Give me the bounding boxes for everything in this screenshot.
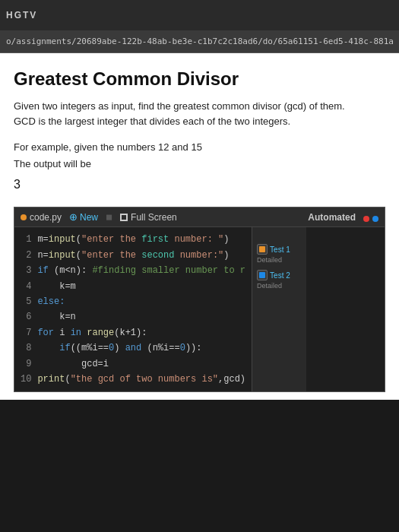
dot-red-icon bbox=[363, 216, 369, 222]
code-line-6: k=n bbox=[37, 309, 245, 325]
test-item-2[interactable]: Test 2 Detailed bbox=[257, 270, 302, 290]
code-line-8: if((m%i==0) and (n%i==0)): bbox=[37, 340, 245, 356]
code-line-3: if (m<n): #finding smaller number to r bbox=[37, 263, 245, 278]
file-dot-icon bbox=[21, 214, 27, 220]
logo: HGTV bbox=[6, 10, 37, 21]
main-content: Greatest Common Divisor Given two intege… bbox=[0, 53, 399, 400]
test-item-1[interactable]: Test 1 Detailed bbox=[257, 244, 302, 264]
editor-wrapper: 12345 678910 m=input("enter the first nu… bbox=[14, 227, 385, 391]
file-tab[interactable]: code.py bbox=[21, 212, 62, 223]
description-block: Given two integers as input, find the gr… bbox=[14, 99, 385, 128]
test1-label: Test 1 bbox=[270, 245, 290, 254]
top-bar: HGTV bbox=[0, 0, 399, 30]
fullscreen-icon bbox=[120, 214, 128, 221]
filename: code.py bbox=[30, 212, 62, 223]
plus-icon: ⊕ bbox=[69, 211, 78, 223]
separator: ◼ bbox=[106, 212, 112, 222]
code-line-10: print("the gcd of two numbers is",gcd) bbox=[37, 372, 245, 387]
test2-sub: Detailed bbox=[257, 282, 302, 290]
new-button[interactable]: ⊕ New bbox=[69, 211, 98, 223]
test2-icon-inner bbox=[259, 272, 265, 278]
test1-icon-inner bbox=[259, 246, 265, 252]
test1-icon bbox=[257, 244, 268, 255]
code-line-7: for i in range(k+1): bbox=[37, 325, 245, 340]
description-line1: Given two integers as input, find the gr… bbox=[14, 100, 345, 112]
test2-icon bbox=[257, 270, 268, 280]
code-line-4: k=m bbox=[37, 279, 245, 294]
editor-toolbar: code.py ⊕ New ◼ Full Screen Automated bbox=[14, 207, 385, 227]
code-line-1: m=input("enter the first number: ") bbox=[37, 232, 245, 247]
line-numbers: 12345 678910 bbox=[14, 232, 37, 387]
test2-label: Test 2 bbox=[270, 271, 290, 280]
example-block: For example, given the numbers 12 and 15… bbox=[14, 139, 385, 195]
fullscreen-button[interactable]: Full Screen bbox=[120, 212, 177, 223]
example-output-value: 3 bbox=[14, 174, 385, 195]
code-editor: code.py ⊕ New ◼ Full Screen Automated 12… bbox=[14, 207, 385, 392]
fullscreen-label: Full Screen bbox=[131, 212, 177, 223]
code-lines[interactable]: m=input("enter the first number: ") n=in… bbox=[37, 232, 252, 387]
description-line2: GCD is the largest integer that divides … bbox=[14, 116, 290, 127]
code-line-9: gcd=i bbox=[37, 356, 245, 372]
address-bar: o/assignments/20689abe-122b-48ab-be3e-c1… bbox=[0, 30, 399, 53]
new-button-label: New bbox=[80, 212, 98, 223]
code-line-5: else: bbox=[37, 294, 245, 309]
automated-label: Automated bbox=[308, 212, 356, 223]
code-area[interactable]: 12345 678910 m=input("enter the first nu… bbox=[14, 227, 252, 391]
status-dots bbox=[363, 216, 378, 222]
example-intro: For example, given the numbers 12 and 15 bbox=[14, 141, 202, 153]
example-output-label: The output will be bbox=[14, 158, 91, 169]
page-title: Greatest Common Divisor bbox=[14, 68, 385, 90]
test1-sub: Detailed bbox=[257, 256, 302, 264]
test-panel: Test 1 Detailed Test 2 Detailed bbox=[252, 227, 306, 391]
code-line-2: n=input("enter the second number:") bbox=[37, 248, 245, 263]
dot-blue-icon bbox=[372, 216, 378, 222]
url-text: o/assignments/20689abe-122b-48ab-be3e-c1… bbox=[6, 36, 393, 46]
